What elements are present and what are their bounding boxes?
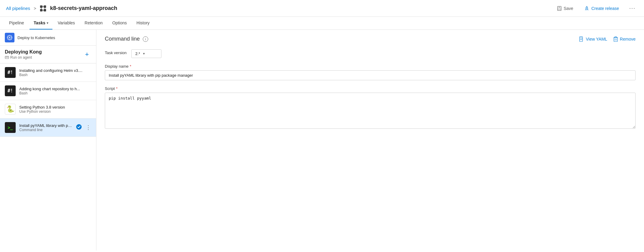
right-header: Command line i View YAML xyxy=(105,36,636,42)
trash-icon xyxy=(613,36,618,42)
kubernetes-wheel-icon xyxy=(7,35,13,41)
required-star: * xyxy=(130,64,131,69)
tab-history[interactable]: History xyxy=(132,17,154,29)
task-version-label: Task version xyxy=(105,51,127,55)
pipeline-icon xyxy=(40,5,46,12)
left-panel: Deploy to Kubernetes Deploying Kong Run … xyxy=(0,30,96,250)
svg-rect-0 xyxy=(40,5,42,8)
display-name-row: Display name * xyxy=(105,64,636,80)
script-textarea[interactable] xyxy=(105,93,636,129)
rocket-icon xyxy=(584,6,589,11)
info-icon[interactable]: i xyxy=(143,36,148,42)
task-info: Setting Python 3.8 version Use Python ve… xyxy=(19,105,91,114)
tab-variables[interactable]: Variables xyxy=(54,17,79,29)
task-list: #! Installing and configuring Helm v3...… xyxy=(0,63,96,137)
stage-info: Deploying Kong Run on agent xyxy=(5,49,42,60)
k8s-icon xyxy=(5,33,14,42)
python-icon: 🐍 xyxy=(5,104,16,115)
task-version-row: Task version 2.* ▾ xyxy=(105,49,636,58)
header: All pipelines > k8-secrets-yaml-approach xyxy=(0,0,644,17)
view-yaml-button[interactable]: View YAML xyxy=(579,36,607,42)
main-layout: Deploy to Kubernetes Deploying Kong Run … xyxy=(0,30,644,250)
svg-rect-10 xyxy=(558,8,561,10)
task-item[interactable]: 🐍 Setting Python 3.8 version Use Python … xyxy=(0,100,96,118)
svg-point-13 xyxy=(9,37,10,38)
display-name-label: Display name * xyxy=(105,64,636,69)
svg-line-21 xyxy=(8,38,9,39)
tasks-dropdown-arrow: ▾ xyxy=(47,21,48,25)
bash-icon: #! xyxy=(5,85,16,96)
tab-pipeline[interactable]: Pipeline xyxy=(5,17,28,29)
svg-rect-25 xyxy=(8,57,8,57)
deploy-k8s-label: Deploy to Kubernetes xyxy=(17,35,55,40)
svg-point-11 xyxy=(586,8,587,8)
display-name-input[interactable] xyxy=(105,70,636,80)
cmdline-icon: >_ xyxy=(5,122,16,133)
stage-title: Deploying Kong xyxy=(5,49,42,55)
breadcrumb-link[interactable]: All pipelines xyxy=(6,6,30,11)
chevron-down-icon: ▾ xyxy=(143,52,145,56)
task-dots-button[interactable]: ⋮ xyxy=(86,124,91,131)
task-info: Installing and configuring Helm v3.... B… xyxy=(19,68,91,77)
deploy-k8s-item[interactable]: Deploy to Kubernetes xyxy=(0,30,96,46)
agent-icon xyxy=(5,55,9,60)
script-label: Script * xyxy=(105,86,636,91)
stage-subtitle: Run on agent xyxy=(5,55,42,60)
save-button[interactable]: Save xyxy=(554,4,576,13)
remove-button[interactable]: Remove xyxy=(613,36,636,42)
svg-rect-1 xyxy=(44,5,46,8)
task-info: Adding kong chart repository to h... Bas… xyxy=(19,87,91,95)
header-left: All pipelines > k8-secrets-yaml-approach xyxy=(6,5,117,12)
script-row: Script * xyxy=(105,86,636,130)
tab-retention[interactable]: Retention xyxy=(80,17,107,29)
svg-rect-23 xyxy=(6,57,6,57)
task-item[interactable]: #! Adding kong chart repository to h... … xyxy=(0,82,96,100)
pipeline-title: k8-secrets-yaml-approach xyxy=(50,5,117,11)
header-right: Save Create release ··· xyxy=(554,4,638,13)
tab-options[interactable]: Options xyxy=(108,17,131,29)
svg-rect-24 xyxy=(7,57,7,57)
right-title: Command line i xyxy=(105,36,148,42)
right-panel: Command line i View YAML xyxy=(96,30,644,250)
task-item[interactable]: >_ Install pyYAML library with pip pac..… xyxy=(0,118,96,137)
nav-tabs: Pipeline Tasks ▾ Variables Retention Opt… xyxy=(0,17,644,30)
svg-rect-31 xyxy=(614,38,617,41)
task-version-select[interactable]: 2.* ▾ xyxy=(131,49,161,58)
stage-header: Deploying Kong Run on agent + xyxy=(0,46,96,63)
save-icon xyxy=(557,6,562,11)
required-star: * xyxy=(116,86,117,91)
bash-icon: #! xyxy=(5,67,16,78)
task-item[interactable]: #! Installing and configuring Helm v3...… xyxy=(0,63,96,82)
svg-rect-2 xyxy=(40,9,42,11)
right-actions: View YAML Remove xyxy=(579,36,636,42)
breadcrumb-separator: > xyxy=(34,6,36,11)
svg-rect-3 xyxy=(44,9,46,11)
svg-rect-28 xyxy=(580,37,582,38)
create-release-button[interactable]: Create release xyxy=(581,4,622,13)
view-yaml-icon xyxy=(579,36,584,42)
task-check-icon xyxy=(76,124,82,131)
more-options-button[interactable]: ··· xyxy=(627,4,638,13)
add-task-button[interactable]: + xyxy=(83,49,91,60)
svg-line-19 xyxy=(11,38,11,39)
svg-point-26 xyxy=(76,124,82,130)
svg-line-18 xyxy=(8,36,9,37)
svg-rect-9 xyxy=(558,6,560,8)
task-info: Install pyYAML library with pip pac... C… xyxy=(19,123,72,132)
svg-line-20 xyxy=(11,36,11,37)
tab-tasks[interactable]: Tasks ▾ xyxy=(30,17,52,29)
